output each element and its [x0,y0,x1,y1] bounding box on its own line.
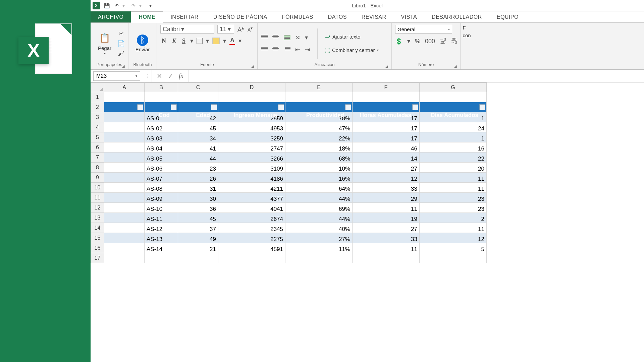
align-center-icon[interactable] [272,47,279,52]
increase-indent-icon[interactable]: ⇥ [305,46,310,53]
qat-customize-icon[interactable]: ▾ [147,2,154,9]
cell-F1[interactable] [353,92,420,102]
cell-D17[interactable] [218,253,285,263]
save-icon[interactable]: 💾 [103,2,110,9]
cell-G7[interactable]: 22 [420,153,487,163]
cell-G11[interactable]: 23 [420,193,487,203]
number-format-combo[interactable]: General▾ [395,25,452,34]
spreadsheet-grid[interactable]: ABCDEFG12CodEdadIngreso MensuaProductivi… [91,82,644,362]
tab-revisar[interactable]: REVISAR [354,11,394,22]
tab-insertar[interactable]: INSERTAR [163,11,206,22]
cell-D10[interactable]: 4211 [218,183,285,193]
format-painter-icon[interactable]: 🖌 [118,50,124,57]
cell-E14[interactable]: 40% [285,223,353,233]
cell-F10[interactable]: 33 [353,183,420,193]
cell-A6[interactable] [104,142,145,153]
font-name-combo[interactable]: Calibri▾ [160,25,214,34]
cell-B15[interactable]: AS-13 [145,233,178,243]
cell-F9[interactable]: 12 [353,173,420,183]
row-header-13[interactable]: 13 [91,213,104,223]
cell-F8[interactable]: 27 [353,163,420,173]
cell-F6[interactable]: 46 [353,142,420,153]
percent-format-icon[interactable]: % [415,38,420,45]
cell-E15[interactable]: 27% [285,233,353,243]
cell-F15[interactable]: 33 [353,233,420,243]
tab-equipo[interactable]: EQUIPO [489,11,526,22]
row-header-1[interactable]: 1 [91,92,104,102]
cell-B12[interactable]: AS-10 [145,203,178,213]
cell-D5[interactable]: 3259 [218,132,285,142]
cell-D13[interactable]: 2674 [218,213,285,223]
dialog-launcher-icon[interactable]: ◢ [454,64,457,68]
table-header-dias-acumulados[interactable]: Dias Acumulados [420,102,487,112]
tab-desarrollador[interactable]: DESARROLLADOR [424,11,489,22]
cell-E9[interactable]: 16% [285,173,353,183]
chevron-down-icon[interactable]: ▾ [407,38,410,45]
cancel-formula-icon[interactable]: ✕ [157,72,162,80]
row-header-7[interactable]: 7 [91,153,104,163]
select-all-corner[interactable] [91,83,104,92]
undo-dropdown-icon[interactable]: ▾ [120,2,127,9]
cell-G6[interactable]: 16 [420,142,487,153]
cell-D6[interactable]: 2747 [218,142,285,153]
tab-formulas[interactable]: FÓRMULAS [275,11,321,22]
align-middle-icon[interactable] [272,35,279,40]
column-header-B[interactable]: B [145,83,178,92]
cell-G8[interactable]: 20 [420,163,487,173]
fill-color-icon[interactable] [212,38,220,44]
cell-D14[interactable]: 2345 [218,223,285,233]
cell-D1[interactable] [218,92,285,102]
cell-A17[interactable] [104,253,145,263]
cell-C13[interactable]: 45 [178,213,218,223]
cell-E13[interactable]: 44% [285,213,353,223]
cell-G17[interactable] [420,253,487,263]
cell-C1[interactable] [178,92,218,102]
cell-F11[interactable]: 29 [353,193,420,203]
cell-B17[interactable] [145,253,178,263]
row-header-5[interactable]: 5 [91,132,104,142]
decrease-decimal-icon[interactable]: .00→0 [451,38,457,44]
row-header-11[interactable]: 11 [91,193,104,203]
cell-E7[interactable]: 68% [285,153,353,163]
cell-B11[interactable]: AS-09 [145,193,178,203]
name-box[interactable]: M23 ▾ [93,71,140,81]
row-header-2[interactable]: 2 [91,102,104,112]
table-header-cod[interactable]: Cod [145,102,178,112]
cell-A11[interactable] [104,193,145,203]
cell-C6[interactable]: 41 [178,142,218,153]
cell-F4[interactable]: 17 [353,122,420,132]
cell-A13[interactable] [104,213,145,223]
cell-F13[interactable]: 19 [353,213,420,223]
cell-A5[interactable] [104,132,145,142]
table-header-productividad[interactable]: Productividad [285,102,353,112]
table-header-horas-acumuladas[interactable]: Horas Acumuladas [353,102,420,112]
cell-A15[interactable] [104,233,145,243]
row-header-8[interactable]: 8 [91,163,104,173]
cell-B10[interactable]: AS-08 [145,183,178,193]
underline-button[interactable]: S [181,38,187,45]
accounting-format-icon[interactable]: 💲 [395,38,402,45]
row-header-4[interactable]: 4 [91,122,104,132]
font-size-combo[interactable]: 11▾ [217,25,234,34]
cell-D8[interactable]: 3109 [218,163,285,173]
cell-F7[interactable]: 14 [353,153,420,163]
cell-B13[interactable]: AS-11 [145,213,178,223]
cell-C4[interactable]: 45 [178,122,218,132]
cell-G1[interactable] [420,92,487,102]
wrap-text-button[interactable]: ⮐Ajustar texto [325,33,379,41]
cell-B5[interactable]: AS-03 [145,132,178,142]
chevron-down-icon[interactable]: ▾ [238,37,241,45]
cell-A9[interactable] [104,173,145,183]
cell-D15[interactable]: 2275 [218,233,285,243]
cell-E8[interactable]: 10% [285,163,353,173]
cell-D16[interactable]: 4591 [218,243,285,253]
excel-app-icon[interactable]: X [93,2,100,9]
cell-G13[interactable]: 2 [420,213,487,223]
align-top-icon[interactable] [261,35,268,40]
tab-datos[interactable]: DATOS [321,11,354,22]
cell-B4[interactable]: AS-02 [145,122,178,132]
cell-E11[interactable]: 44% [285,193,353,203]
cell-E1[interactable] [285,92,353,102]
cell-B7[interactable]: AS-05 [145,153,178,163]
cell-D11[interactable]: 4377 [218,193,285,203]
